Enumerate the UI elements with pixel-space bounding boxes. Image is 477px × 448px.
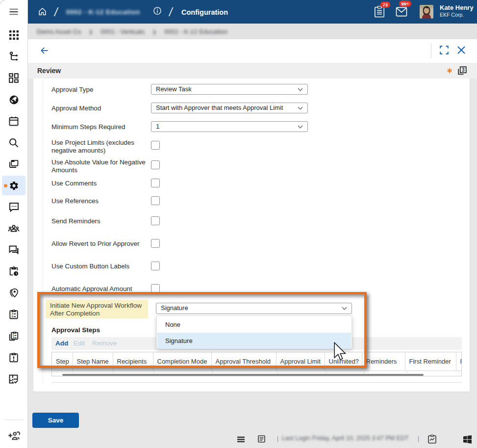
sidebar-item-folders[interactable]: [0, 154, 27, 174]
column-header[interactable]: R: [456, 352, 462, 370]
sidebar-item-workflow[interactable]: [0, 47, 27, 66]
breadcrumb-item[interactable]: Demo Asset Co: [37, 28, 81, 35]
column-header[interactable]: Completion Mode: [153, 352, 212, 370]
chevron-down-icon: [342, 307, 347, 310]
sidebar-item-people[interactable]: [0, 219, 27, 238]
sidebar-item-location[interactable]: [0, 283, 27, 303]
sidebar: 1 2 1 2: [0, 0, 28, 448]
user-org: EKF Corp.: [440, 12, 464, 18]
sidebar-item-dashboard[interactable]: [0, 68, 27, 88]
column-header[interactable]: Step: [52, 352, 73, 370]
approval-steps-table: Step Step Name Recipients Completion Mod…: [51, 352, 462, 376]
workflow-icon: [9, 52, 19, 62]
sidebar-item-apps[interactable]: [0, 25, 27, 45]
initiate-workflow-label: Initiate New Approval Workflow After Com…: [46, 300, 148, 318]
field-label: Use Custom Button Labels: [51, 263, 155, 270]
mail-button[interactable]: [396, 7, 407, 19]
list-button[interactable]: [237, 436, 245, 445]
separator: |: [277, 435, 278, 442]
column-border: [458, 371, 459, 373]
dropdown-option-signature[interactable]: Signature: [157, 333, 351, 349]
location-icon: [8, 288, 19, 298]
avatar[interactable]: [420, 5, 433, 19]
globe-icon: [9, 95, 19, 105]
section-title: Review: [37, 67, 61, 75]
use-comments-checkbox[interactable]: [151, 179, 160, 187]
field-label: Approval Method: [51, 105, 155, 112]
column-header[interactable]: Approval Threshold: [212, 352, 276, 370]
user-name[interactable]: Kate Henry: [440, 4, 474, 11]
search-icon: [9, 138, 19, 148]
automatic-approval-amount-checkbox[interactable]: [151, 284, 160, 293]
column-header[interactable]: Approval Limit: [276, 352, 325, 370]
home-button[interactable]: [38, 7, 47, 18]
select-value: Signature: [161, 304, 188, 312]
column-header[interactable]: Recipients: [113, 352, 153, 370]
min-steps-select[interactable]: 1: [151, 121, 308, 132]
sidebar-item-chat[interactable]: [0, 197, 27, 217]
section-header: Review * 3: [28, 63, 477, 79]
expand-button[interactable]: [440, 46, 449, 56]
column-header[interactable]: Step Name: [73, 352, 113, 370]
info-icon: [153, 6, 162, 15]
sidebar-divider: [4, 420, 24, 420]
form-stack-button[interactable]: 3: [457, 66, 467, 78]
sidebar-item-person-add[interactable]: [0, 426, 27, 446]
clipboard-list-icon: 1 2: [8, 309, 19, 320]
approval-method-select[interactable]: Start with Approver that meets Approval …: [151, 103, 308, 113]
breadcrumb-item[interactable]: 0002 - K-12 Education: [164, 28, 227, 35]
report-button[interactable]: [428, 435, 436, 446]
edit-button[interactable]: Edit: [74, 340, 85, 347]
allow-revert-checkbox[interactable]: [151, 239, 160, 248]
remove-button[interactable]: Remove: [92, 340, 117, 347]
field-label: Allow Revert to Prior Approver: [51, 240, 155, 248]
svg-text:3: 3: [462, 67, 465, 73]
sidebar-item-calendar[interactable]: [0, 111, 27, 131]
use-custom-button-labels-checkbox[interactable]: [151, 262, 160, 270]
dropdown-option-none[interactable]: None: [157, 316, 351, 333]
initiate-workflow-select[interactable]: Signature: [156, 303, 352, 314]
add-button[interactable]: Add: [55, 340, 68, 347]
document-icon: [258, 435, 265, 443]
approval-type-select[interactable]: Review Task: [151, 84, 308, 95]
sidebar-item-clipboard-copy[interactable]: 1 2: [0, 326, 27, 346]
column-header[interactable]: First Reminder: [405, 352, 456, 370]
menu-button[interactable]: [0, 2, 27, 22]
entity-breadcrumb[interactable]: 0002 - K-12 Education: [66, 8, 140, 16]
table-header-row: Step Step Name Recipients Completion Mod…: [52, 352, 461, 371]
column-border: [73, 371, 74, 373]
clipboard-copy-icon: 1 2: [8, 331, 19, 342]
sidebar-item-forum[interactable]: [0, 240, 27, 260]
mail-icon: [396, 7, 407, 17]
sidebar-item-clipboard-list[interactable]: 1 2: [0, 305, 27, 324]
home-icon: [38, 7, 47, 16]
scrollbar-track[interactable]: [43, 81, 43, 383]
sidebar-item-settings[interactable]: [0, 176, 27, 195]
horizontal-scrollbar[interactable]: [62, 374, 424, 376]
sidebar-item-plan-check[interactable]: [0, 369, 27, 389]
required-asterisk-icon: [447, 68, 452, 73]
person-add-icon: [8, 431, 20, 442]
document-button[interactable]: [258, 435, 265, 445]
chat-icon: [9, 202, 19, 212]
field-label: Use Project Limits (excludes negative am…: [51, 139, 155, 154]
use-absolute-value-checkbox[interactable]: [151, 160, 160, 169]
close-button[interactable]: [457, 46, 466, 56]
chevron-right-icon: ❯: [89, 29, 93, 34]
sidebar-item-clipboard-alert[interactable]: [0, 348, 27, 368]
sidebar-item-search[interactable]: [0, 133, 27, 153]
sidebar-item-globe[interactable]: [0, 90, 27, 109]
use-project-limits-checkbox[interactable]: [151, 141, 160, 150]
info-button[interactable]: [153, 6, 162, 17]
column-header[interactable]: Reminders: [362, 352, 405, 370]
breadcrumb[interactable]: Demo Asset Co ❯ 0001 - Verticals ❯ 0002 …: [37, 24, 227, 39]
breadcrumb-item[interactable]: 0001 - Verticals: [100, 28, 145, 35]
send-reminders-checkbox[interactable]: [151, 216, 160, 225]
windows-button[interactable]: [463, 435, 472, 446]
field-label: Use Comments: [51, 180, 155, 187]
sidebar-item-clipboard-clock[interactable]: [0, 262, 27, 281]
back-button[interactable]: [40, 46, 50, 57]
page-title: Configuration: [181, 8, 228, 16]
save-button[interactable]: Save: [32, 413, 79, 428]
use-references-checkbox[interactable]: [151, 196, 160, 205]
